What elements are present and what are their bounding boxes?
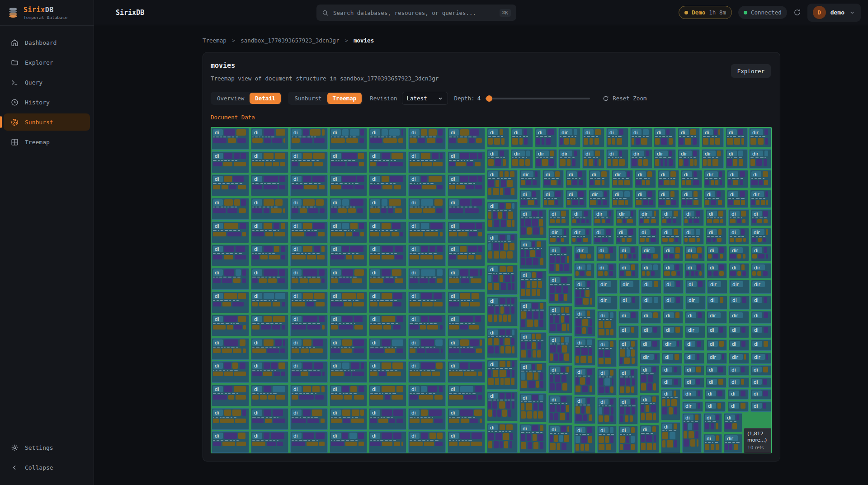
treemap-cell-label: di <box>664 327 674 333</box>
treemap-block <box>383 325 391 330</box>
treemap-block <box>429 129 437 136</box>
treemap-block <box>277 442 283 446</box>
treemap-text-dash <box>605 405 607 406</box>
treemap-block <box>512 370 514 377</box>
treemap-text-dash <box>547 198 550 199</box>
treemap-block <box>537 364 542 370</box>
treemap-cell-label: di <box>292 129 302 136</box>
treemap-cell-label: dir <box>752 354 765 360</box>
breadcrumb-item-database[interactable]: sandbox_1770393657923_3dcn3gr <box>241 37 339 44</box>
tab-sunburst[interactable]: Sunburst <box>289 93 327 104</box>
treemap-text-dash <box>331 183 334 184</box>
treemap-cell-label: di <box>488 330 498 335</box>
treemap-block <box>422 162 432 166</box>
treemap-block <box>691 271 694 276</box>
treemap-text-dash <box>317 277 320 278</box>
treemap-block <box>512 138 518 145</box>
treemap-block <box>576 444 579 451</box>
treemap-block <box>467 162 473 166</box>
treemap-text-dash <box>659 198 662 199</box>
treemap-text-dash <box>339 230 342 231</box>
treemap-block <box>550 294 554 301</box>
treemap-overflow-cell[interactable]: (1,812more...)10 refs <box>744 428 772 453</box>
treemap-text-dash <box>576 346 579 347</box>
treemap-text-dash <box>381 183 384 184</box>
revision-select[interactable]: Latest <box>402 92 448 105</box>
treemap-cell-label: di <box>620 399 630 405</box>
treemap-text-dash <box>331 253 334 254</box>
treemap-block <box>223 162 232 166</box>
slider-thumb[interactable] <box>486 95 492 102</box>
treemap-block <box>500 203 505 209</box>
sidebar-item-query[interactable]: Query <box>4 74 90 91</box>
refresh-button[interactable] <box>793 9 801 16</box>
treemap-block <box>420 325 426 330</box>
user-menu[interactable]: D demo <box>807 4 861 22</box>
treemap-block <box>437 433 443 439</box>
treemap-cell-label: di <box>550 396 560 402</box>
tab-treemap[interactable]: Treemap <box>327 93 362 104</box>
treemap-text-dash <box>307 230 310 231</box>
treemap-block <box>429 176 442 182</box>
treemap-block <box>674 211 678 217</box>
demo-session-badge[interactable]: Demo 1h 8m <box>679 6 732 19</box>
treemap-text-dash <box>346 323 349 324</box>
treemap-text-dash <box>716 198 719 199</box>
treemap-text-dash <box>449 230 452 231</box>
treemap-block <box>624 444 630 450</box>
treemap-text-dash <box>387 323 390 324</box>
treemap-block <box>342 223 349 229</box>
treemap-text-dash <box>377 277 380 278</box>
treemap-cell-label: di <box>370 339 380 346</box>
breadcrumb-item-treemap[interactable]: Treemap <box>203 37 226 44</box>
treemap-text-dash <box>348 253 350 254</box>
treemap-cell-label: di <box>331 433 341 439</box>
sidebar-item-settings[interactable]: Settings <box>4 439 90 456</box>
depth-slider[interactable] <box>485 95 590 102</box>
treemap-text-dash <box>449 300 452 301</box>
treemap-canvas[interactable]: didididididididididididididididididididi… <box>211 127 772 453</box>
sidebar-item-explorer[interactable]: Explorer <box>4 54 90 71</box>
treemap-block <box>261 325 271 330</box>
treemap-text-dash <box>416 393 420 394</box>
treemap-cell-label: di <box>331 269 341 276</box>
treemap-block <box>459 442 470 446</box>
treemap-block <box>460 246 467 252</box>
treemap-block <box>710 138 714 145</box>
treemap-block <box>264 386 271 392</box>
global-search[interactable]: ⌘K <box>316 5 516 21</box>
treemap-text-dash <box>418 207 420 207</box>
sidebar-item-dashboard[interactable]: Dashboard <box>4 34 90 51</box>
treemap-text-dash <box>219 277 222 278</box>
tab-detail[interactable]: Detail <box>250 93 281 104</box>
search-input[interactable] <box>333 9 495 16</box>
treemap-text-dash <box>337 137 340 137</box>
treemap-block <box>604 321 611 328</box>
treemap-text-dash <box>344 183 347 184</box>
sidebar-item-collapse[interactable]: Collapse <box>4 459 90 476</box>
treemap-block <box>555 315 559 323</box>
treemap-text-dash <box>355 183 359 184</box>
treemap-cell-label: di <box>598 264 608 270</box>
treemap-block <box>303 433 314 439</box>
treemap-cell-label: dir <box>655 151 668 156</box>
treemap-block <box>224 176 232 182</box>
treemap-block <box>558 180 561 185</box>
treemap-block <box>725 423 731 429</box>
treemap-block <box>265 232 273 236</box>
sidebar-item-treemap[interactable]: Treemap <box>4 133 90 151</box>
treemap-text-dash <box>663 198 665 199</box>
treemap-block <box>608 138 611 145</box>
sidebar-item-history[interactable]: History <box>4 94 90 111</box>
treemap-block <box>460 293 470 299</box>
treemap-block <box>410 348 415 353</box>
tab-overview[interactable]: Overview <box>212 93 250 104</box>
reset-zoom-button[interactable]: Reset Zoom <box>603 95 646 102</box>
treemap-block <box>694 159 697 166</box>
treemap-text-dash <box>599 348 601 349</box>
explorer-button[interactable]: Explorer <box>731 64 771 78</box>
treemap-block <box>740 171 745 177</box>
treemap-text-dash <box>687 178 689 179</box>
treemap-cell-label: dir <box>550 229 562 235</box>
sidebar-item-sunburst[interactable]: Sunburst <box>4 113 90 131</box>
